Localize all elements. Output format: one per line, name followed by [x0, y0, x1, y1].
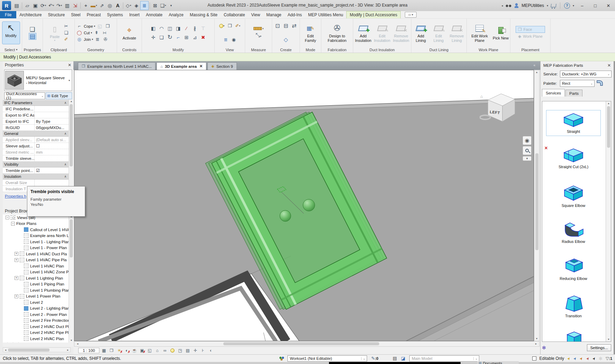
close-icon[interactable]: ✕ — [607, 63, 611, 68]
edit-lining-button[interactable]: ✎ Edit Lining — [430, 22, 447, 43]
tree-item[interactable]: Level 1 HVAC Plan — [3, 263, 69, 269]
tree-item[interactable]: Level 1 HVAC Zone Pla — [3, 269, 69, 275]
temporary-hide-isolate-icon[interactable]: ∞ — [162, 347, 168, 354]
select-underlay-icon[interactable]: ➤ — [572, 356, 578, 361]
view-tab-plan[interactable]: ❐ Example area North Level 1 HVAC... — [78, 62, 155, 70]
create-similar-icon[interactable]: ◇ — [283, 37, 289, 43]
canvas-hscrollbar[interactable]: ◄ ► — [74, 341, 540, 347]
join-button[interactable]: ◎Join▾≣✇ — [76, 36, 109, 43]
properties-palette-icon[interactable]: ▤ — [29, 33, 36, 39]
browser-hscrollbar[interactable]: ◄ ► — [3, 347, 71, 352]
tab-systems[interactable]: Systems — [104, 11, 126, 18]
infocenter-collapse-icon[interactable]: ◂ — [501, 4, 503, 7]
tab-precast[interactable]: Precast — [83, 11, 104, 18]
tree-item[interactable]: Level 2 - Power Plan — [3, 311, 69, 318]
zoom-icon[interactable] — [523, 146, 532, 155]
help-chevron-icon[interactable]: ▾ — [573, 4, 574, 7]
worksets-icon[interactable] — [279, 356, 285, 361]
palette-select[interactable]: Rect ⌄ — [560, 80, 595, 87]
cut-icon[interactable]: ✂ — [63, 23, 70, 29]
active-option-icon[interactable]: ◪ — [401, 356, 405, 361]
filter-icon[interactable]: ▽:1 — [606, 356, 612, 361]
param-row[interactable]: Trimble sleeve... — [3, 155, 69, 162]
viewcube[interactable]: ⌂ LEFT — [480, 87, 521, 123]
collapse-icon[interactable]: − — [6, 216, 9, 219]
mirror-draw-axis-icon[interactable]: ◨ — [174, 24, 182, 33]
properties-scrollbar[interactable]: ▲ ▼ — [69, 99, 73, 192]
aligned-dimension-tool-icon[interactable]: ⤡▾ — [256, 32, 261, 38]
sun-path-icon[interactable]: ☀✗ — [116, 347, 122, 354]
part-item-straight-cut[interactable]: ✕ Straight Cut (2xL) — [546, 147, 600, 170]
lock-orientation-icon[interactable]: ⌂ — [154, 347, 160, 354]
activate-button[interactable]: ⌖ Activate — [120, 24, 139, 41]
placement-face-button[interactable]: ❒Face — [516, 26, 545, 33]
tree-item[interactable]: Callout of Level 1 HVA — [3, 227, 69, 233]
panel-select-label[interactable]: Select▾ — [0, 47, 22, 53]
show-constraints-icon[interactable]: ⊦ — [200, 347, 206, 354]
add-lining-button[interactable]: ✚ Add Lining — [412, 22, 429, 43]
design-option-select[interactable]: Main Model ⌄ — [409, 355, 479, 362]
tab-massing-site[interactable]: Massing & Site — [187, 11, 221, 18]
drag-on-selection-icon[interactable]: ➤ — [591, 356, 597, 361]
camera-icon[interactable]: ◉ — [230, 37, 237, 43]
split-with-gap-icon[interactable]: ∦ — [191, 24, 199, 33]
close-tab-icon[interactable]: ✕ — [199, 64, 203, 69]
tree-item[interactable]: Level 1 - Power Plan — [3, 245, 69, 251]
param-row[interactable]: IfcGUID0i5gpqzMXDu... — [3, 125, 69, 131]
tab-steel[interactable]: Steel — [68, 11, 83, 18]
tree-item[interactable]: Level 2 HVAC Pipe Pla — [3, 330, 69, 336]
tree-item[interactable]: Level 2 - Lighting Plan — [3, 306, 69, 312]
visual-style-icon[interactable]: ❒ — [108, 347, 115, 354]
create-parts-icon[interactable]: ⊡ — [274, 22, 281, 29]
param-row[interactable]: Export to IFC As — [3, 112, 69, 118]
tab-modify-duct-accessories[interactable]: Modify | Duct Accessories — [346, 11, 401, 18]
cope-button[interactable]: ⌐Cope▾◱❒ — [76, 23, 111, 29]
edit-work-plane-button[interactable]: Edit Work Plane — [468, 22, 491, 43]
modify-button[interactable]: ↖ Modify — [2, 22, 20, 44]
match-type-icon[interactable]: ✐ — [63, 36, 70, 43]
cut-geometry-button[interactable]: ◯Cut▾⇞∺ — [76, 29, 108, 36]
tree-item[interactable]: Level 1 Piping Plan — [3, 281, 69, 288]
show-crop-region-icon[interactable]: ◱ — [146, 347, 153, 354]
render-box-icon[interactable]: ❒ — [226, 23, 233, 29]
help-icon[interactable]: ? — [564, 3, 570, 9]
viewbar-collapse-icon[interactable]: ‹ — [207, 347, 214, 354]
design-to-fabrication-button[interactable]: ✇ Design to Fabrication — [323, 22, 352, 43]
close-icon[interactable]: ✕ — [68, 63, 71, 67]
param-row[interactable]: Applied sleev...(Default auto si... — [3, 137, 69, 143]
view-tab-section[interactable]: ◈ Section 9 — [207, 62, 237, 70]
reveal-hidden-icon[interactable] — [169, 347, 176, 354]
minimize-button[interactable]: – — [577, 1, 587, 10]
group-general[interactable]: General∧ — [3, 131, 69, 137]
close-button[interactable]: ✕ — [603, 1, 614, 10]
mirror-pick-axis-icon[interactable]: ◫ — [166, 24, 174, 33]
worksharing-display-icon[interactable]: ◳ — [177, 347, 183, 354]
part-item-radius-elbow[interactable]: Radius Elbow — [546, 220, 600, 244]
tree-item[interactable]: +Level 1 Power Plan — [3, 293, 69, 300]
service-select[interactable]: Ductwork: +2in WG ⌄ — [560, 71, 612, 78]
align-icon[interactable]: ◧ — [149, 24, 158, 33]
tree-item[interactable]: +Level 1 HVAC Pipe Pla — [3, 257, 69, 263]
tree-item[interactable]: Level 2 HVAC Duct Pla — [3, 324, 69, 330]
move-icon[interactable]: ✛ — [149, 33, 158, 42]
tab-mep-utilities[interactable]: MEP Utilities Menu — [305, 11, 346, 18]
measure-tool-icon[interactable]: ▾ — [253, 27, 264, 30]
create-group-icon[interactable]: ⇄ — [291, 22, 298, 29]
view-tab-3d[interactable]: ⌂ 3D Example area ✕ — [157, 62, 206, 70]
parts-list-scrollbar[interactable]: ▲ ▼ — [606, 101, 611, 342]
param-row[interactable]: Export to IFCBy Type — [3, 118, 69, 125]
tree-item[interactable]: +Level 1 Lighting Plan — [3, 275, 69, 281]
param-row[interactable]: Tremble point...☑ — [3, 167, 69, 174]
select-links-icon[interactable]: ➤ — [566, 356, 572, 361]
remove-lining-button[interactable]: ✕ Remove Lining — [448, 22, 465, 43]
tab-analyze[interactable]: Analyze — [166, 11, 187, 18]
tree-item[interactable]: +Level 1 HVAC Duct Pla — [3, 251, 69, 257]
tree-item[interactable]: Level 2 Fire Protection — [3, 318, 69, 324]
type-selector[interactable]: MEPU Square Sleeve - Horizontal ▾ — [4, 70, 72, 91]
displace-elements-icon[interactable]: ✛ — [192, 347, 198, 354]
canvas-vscrollbar[interactable]: ▲ ▼ — [534, 70, 540, 341]
rotate-icon[interactable]: ↻ — [166, 33, 174, 42]
tab-architecture[interactable]: Architecture — [16, 11, 45, 18]
lightbulb-icon[interactable]: ▾ — [219, 23, 225, 29]
tree-item[interactable]: Level 2 HVAC Plan — [3, 336, 69, 342]
